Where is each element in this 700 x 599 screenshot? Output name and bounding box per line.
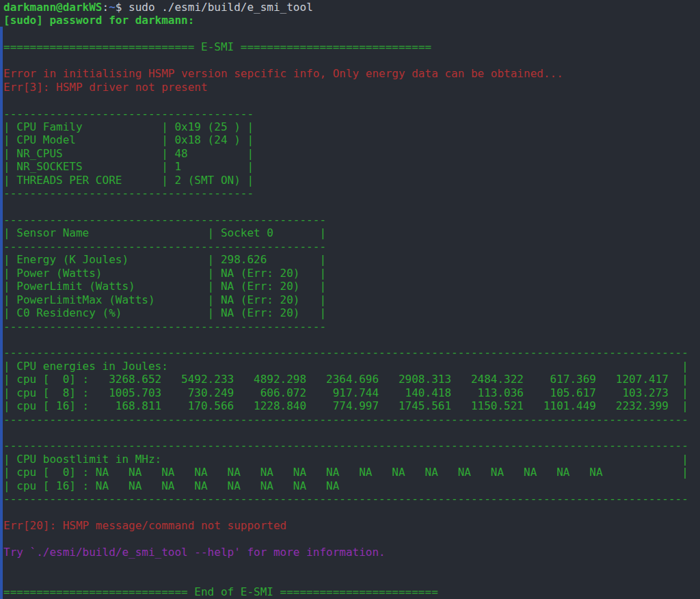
energies-row: | cpu [ 0] : 3268.652 5492.233 4892.298 … <box>3 373 700 386</box>
text-segment: ~ <box>109 1 116 14</box>
boostlimit-row: | cpu [ 16] : NA NA NA NA NA NA NA NA <box>3 479 700 492</box>
terminal-blank-line <box>3 200 700 213</box>
text-segment: | <box>682 466 688 479</box>
cpu-info-border: -------------------------------------- <box>3 187 700 200</box>
cpu-info-row: | CPU Family | 0x19 (25 ) | <box>3 120 700 133</box>
text-segment: $ <box>116 1 129 14</box>
text-segment: ============================= <box>241 40 431 53</box>
boostlimit-row: | cpu [ 0] : NA NA NA NA NA NA NA NA NA … <box>3 466 700 479</box>
boostlimit-border: ----------------------------------------… <box>3 439 700 452</box>
text-segment: Err[3]: HSMP driver not present <box>3 81 208 94</box>
prompt-line: darkmann@darkWS:~$ sudo ./esmi/build/e_s… <box>3 1 700 14</box>
driver-error: Err[3]: HSMP driver not present <box>3 81 700 94</box>
text-segment: | cpu [ 16] : NA NA NA NA NA NA NA NA <box>3 479 339 492</box>
text-segment: | CPU Model | 0x18 (24 ) | <box>3 133 254 146</box>
terminal-blank-line <box>3 506 700 519</box>
sensor-row: | Energy (K Joules) | 298.626 | <box>3 253 700 266</box>
sensor-row: | PowerLimitMax (Watts) | NA (Err: 20) | <box>3 293 700 306</box>
text-segment: ============================= <box>3 40 194 53</box>
text-segment: | CPU Family | 0x19 (25 ) | <box>3 120 254 133</box>
text-segment: ----------------------------------------… <box>3 240 326 253</box>
text-segment: | cpu [ 16] : 168.811 170.566 1228.840 7… <box>3 399 688 412</box>
text-segment: | cpu [ 8] : 1005.703 730.249 606.072 91… <box>3 386 688 399</box>
text-segment: darkmann@darkWS <box>3 1 103 14</box>
terminal-output: darkmann@darkWS:~$ sudo ./esmi/build/e_s… <box>0 0 700 599</box>
terminal-blank-line <box>3 426 700 439</box>
hsmp-error: Err[20]: HSMP message/command not suppor… <box>3 519 700 532</box>
energies-title: | CPU energies in Joules: | <box>3 360 700 373</box>
cpu-info-row: | CPU Model | 0x18 (24 ) | <box>3 133 700 146</box>
text-segment: ----------------------------------------… <box>3 346 688 359</box>
sensor-table-border: ----------------------------------------… <box>3 240 700 253</box>
text-segment: | NR_CPUS | 48 | <box>3 147 254 160</box>
text-segment: ----------------------------------------… <box>3 320 326 333</box>
terminal-blank-line <box>3 27 700 40</box>
sensor-row: | Power (Watts) | NA (Err: 20) | <box>3 267 700 280</box>
text-segment: | C0 Residency (%) | NA (Err: 20) | <box>3 306 326 319</box>
init-warning: Error in initialising HSMP version sepci… <box>3 67 700 80</box>
text-segment: | NR_SOCKETS | 1 | <box>3 160 254 173</box>
text-segment <box>603 466 682 479</box>
text-segment: | CPU boostlimit in MHz: <box>3 453 161 466</box>
text-segment: Err[20]: HSMP message/command not suppor… <box>3 519 286 532</box>
text-segment: ----------------------------------------… <box>3 413 688 426</box>
energies-border: ----------------------------------------… <box>3 413 700 426</box>
text-segment: | cpu [ 0] : 3268.652 5492.233 4892.298 … <box>3 373 688 386</box>
sensor-table-header: | Sensor Name | Socket 0 | <box>3 226 700 239</box>
text-segment: | cpu [ 0] : NA NA NA NA NA NA NA NA NA … <box>3 466 603 479</box>
text-segment: | THREADS PER CORE | 2 (SMT ON) | <box>3 174 254 187</box>
sudo-password-prompt: [sudo] password for darkmann: <box>3 14 700 27</box>
terminal-blank-line <box>3 572 700 585</box>
text-segment: | CPU energies in Joules: <box>3 360 168 373</box>
text-segment <box>168 360 682 373</box>
text-segment: | Energy (K Joules) | 298.626 | <box>3 253 326 266</box>
energies-border: ----------------------------------------… <box>3 346 700 359</box>
text-segment: Try `./esmi/build/e_smi_tool --help' for… <box>3 546 386 559</box>
terminal-blank-line <box>3 533 700 546</box>
text-segment: [sudo] password for darkmann: <box>3 14 194 27</box>
boostlimit-title: | CPU boostlimit in MHz: | <box>3 453 700 466</box>
cpu-info-row: | NR_CPUS | 48 | <box>3 147 700 160</box>
text-segment: Error in initialising HSMP version sepci… <box>3 67 563 80</box>
energies-row: | cpu [ 8] : 1005.703 730.249 606.072 91… <box>3 386 700 399</box>
sensor-row: | C0 Residency (%) | NA (Err: 20) | <box>3 306 700 319</box>
cpu-info-row: | THREADS PER CORE | 2 (SMT ON) | <box>3 174 700 187</box>
sensor-table-border: ----------------------------------------… <box>3 320 700 333</box>
text-segment: ======================== <box>280 585 438 598</box>
terminal-blank-line <box>3 333 700 346</box>
text-segment: ----------------------------------------… <box>3 439 688 452</box>
terminal-blank-line <box>3 94 700 107</box>
cpu-info-border: -------------------------------------- <box>3 107 700 120</box>
text-segment <box>161 453 682 466</box>
sensor-row: | PowerLimit (Watts) | NA (Err: 20) | <box>3 280 700 293</box>
boostlimit-border: ----------------------------------------… <box>3 492 700 505</box>
text-segment: : <box>103 1 109 14</box>
terminal-blank-line <box>3 54 700 67</box>
text-segment: | Power (Watts) | NA (Err: 20) | <box>3 267 326 280</box>
terminal-blank-line <box>3 559 700 572</box>
text-segment: End of E-SMI <box>188 585 280 598</box>
energies-row: | cpu [ 16] : 168.811 170.566 1228.840 7… <box>3 399 700 412</box>
text-segment: | PowerLimitMax (Watts) | NA (Err: 20) | <box>3 293 326 306</box>
text-segment: ----------------------------------------… <box>3 492 688 505</box>
text-segment: | Sensor Name | Socket 0 | <box>3 226 326 239</box>
cpu-info-row: | NR_SOCKETS | 1 | <box>3 160 700 173</box>
help-hint: Try `./esmi/build/e_smi_tool --help' for… <box>3 546 700 559</box>
text-segment: E-SMI <box>194 40 240 53</box>
esmi-end-banner: ============================ End of E-SM… <box>3 585 700 598</box>
output-block-indicator <box>0 27 3 599</box>
text-segment: -------------------------------------- <box>3 187 254 200</box>
esmi-banner: ============================= E-SMI ====… <box>3 40 700 53</box>
text-segment: ============================ <box>3 585 188 598</box>
text-segment: ----------------------------------------… <box>3 213 326 226</box>
text-segment: | <box>682 453 688 466</box>
sensor-table-border: ----------------------------------------… <box>3 213 700 226</box>
text-segment: -------------------------------------- <box>3 107 254 120</box>
text-segment: | <box>682 360 688 373</box>
text-segment: sudo ./esmi/build/e_smi_tool <box>129 1 313 14</box>
text-segment: | PowerLimit (Watts) | NA (Err: 20) | <box>3 280 326 293</box>
